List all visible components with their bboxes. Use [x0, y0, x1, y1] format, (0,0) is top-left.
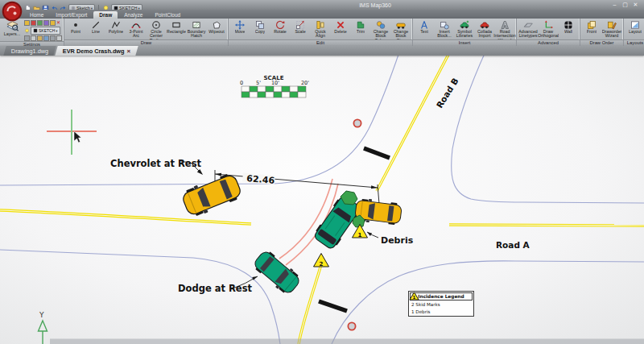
group-label-draw-order: Draw Order: [580, 39, 623, 46]
bottom-strip: [50, 339, 644, 344]
layer-visibility-icon[interactable]: [24, 28, 30, 34]
layers-button-label: Layers...: [4, 31, 20, 36]
title-bar: Sketch▾SKETCH▾ IMS Map360 – ▢ ✕: [0, 0, 644, 10]
ribbon-button-label: Collada Import: [475, 30, 494, 39]
vehicle-chevrolet[interactable]: [180, 171, 244, 219]
move-icon: [235, 20, 245, 30]
ribbon-button-label: Advanced Linetypes: [518, 30, 538, 39]
ribbon-button-draw-orthogonal[interactable]: Draw Orthogonal: [539, 19, 558, 39]
ribbon-button-change-block-colors[interactable]: Change Block Colors: [371, 19, 390, 39]
ribbon-button-road-intersection-wizard[interactable]: Road Intersection Wizard: [495, 19, 514, 39]
ribbon-button-rectangle[interactable]: Rectangle: [167, 19, 186, 34]
ribbon-button-text[interactable]: Text: [415, 19, 434, 34]
layer-tools-row: ✕: [24, 20, 62, 26]
ribbon-button-scale[interactable]: Scale: [291, 19, 310, 34]
ribbon-button-front[interactable]: Front: [582, 19, 601, 34]
ribbon-button-point[interactable]: Point: [66, 19, 85, 34]
ortho-icon: [543, 20, 553, 30]
ribbon-button-label: Trim: [357, 30, 365, 34]
ribbon-button-advanced-linetypes[interactable]: Advanced Linetypes: [518, 19, 538, 39]
layer-tool-icon[interactable]: [43, 35, 49, 41]
ribbon-button-polyline[interactable]: Polyline: [106, 19, 126, 34]
ribbon-button-draworder-wizard[interactable]: Draworder Wizard: [602, 19, 621, 39]
delete-icon: [336, 20, 345, 30]
current-layer-dropdown[interactable]: SKETCH ▾: [31, 27, 60, 35]
layer-tool-icon[interactable]: [31, 20, 36, 26]
doc-tab-label: Drawing1.dwg: [11, 48, 48, 55]
ribbon-button-label: Rotate: [274, 30, 287, 34]
rotate-icon: [275, 20, 285, 30]
ribbon-button-collada-import[interactable]: Collada Import: [475, 19, 494, 39]
trim-icon: [356, 20, 365, 30]
ribbon-button-label: Road Intersection Wizard: [493, 30, 515, 39]
layer-tools-row: [24, 35, 62, 41]
ribbon-button-label: Copy: [255, 30, 265, 34]
ribbon-button-quick-align[interactable]: Quick Align: [311, 19, 330, 39]
ribbon-button-boundary-hatch[interactable]: Boundary Hatch: [187, 19, 206, 39]
center-lines[interactable]: [0, 50, 644, 344]
ribbon-button-wall[interactable]: Wall: [559, 19, 578, 34]
app-logo-icon[interactable]: [2, 1, 23, 22]
layer-tool-icon[interactable]: [56, 35, 62, 41]
ribbon-button-change-block-size[interactable]: Change Block Size: [391, 19, 411, 39]
layer-tool-icon[interactable]: [50, 20, 56, 26]
insert-block-icon: [440, 20, 449, 30]
tab-home[interactable]: Home: [24, 11, 49, 19]
ribbon-button-label: Change Block Size: [391, 30, 411, 39]
tab-draw[interactable]: Draw: [93, 11, 118, 19]
ribbon-button-3-point-arc[interactable]: 3-Point Arc: [126, 19, 146, 39]
point-icon: [71, 20, 80, 30]
maximize-button[interactable]: ▢: [620, 0, 630, 9]
scale-tick-label: 0: [240, 80, 243, 86]
line-icon: [91, 20, 101, 30]
layer-tool-icon[interactable]: [37, 20, 43, 26]
scale-bar[interactable]: SCALE 05'10'20': [240, 75, 309, 97]
ribbon-button-circle-center-radius[interactable]: Circle Center Radius: [147, 19, 166, 39]
tab-pointcloud[interactable]: PointCloud: [149, 11, 186, 19]
incidence-legend[interactable]: Incidence Legend 2 2 Skid Marks 1 1 Debr…: [408, 291, 474, 317]
close-tab-icon[interactable]: ×: [127, 48, 131, 55]
ribbon-tab-bar: HomeImport/ExportDrawAnalyzePointCloud: [0, 10, 644, 19]
ribbon-button-label: 3-Point Arc: [126, 30, 146, 39]
ribbon-button-layout[interactable]: Layout: [625, 19, 644, 34]
collada-icon: [480, 20, 489, 30]
scale-tick-label: 20': [301, 80, 309, 86]
tab-analyze[interactable]: Analyze: [118, 11, 148, 19]
ribbon-button-label: Change Block Colors: [371, 30, 390, 39]
layer-tool-icon[interactable]: [24, 35, 30, 41]
ribbon-group-insert: TextInsert Block...Symbol LibrariesColla…: [413, 19, 517, 46]
minimize-button[interactable]: –: [609, 0, 620, 9]
legend-row: 1 1 Debris: [410, 308, 473, 315]
ribbon-button-insert-block[interactable]: Insert Block...: [435, 19, 454, 39]
ribbon-button-label: Line: [92, 30, 100, 34]
ribbon-button-label: Quick Align: [311, 30, 330, 39]
ribbon-button-wipeout[interactable]: Wipeout: [207, 19, 226, 34]
layer-tool-icon[interactable]: [24, 20, 30, 26]
layers-button[interactable]: Layers...: [2, 19, 23, 36]
doc-tab-evr-demo-crash-dwg[interactable]: EVR Demo Crash.dwg×: [56, 46, 139, 56]
layer-tool-icon[interactable]: [50, 35, 56, 41]
ribbon-button-copy[interactable]: Copy: [250, 19, 270, 34]
layer-tool-icon[interactable]: [43, 20, 49, 26]
ribbon-button-symbol-libraries[interactable]: Symbol Libraries: [455, 19, 474, 39]
ribbon-button-label: Boundary Hatch: [187, 30, 206, 39]
vehicle-dodge-rest[interactable]: [251, 247, 303, 296]
layer-tool-icon[interactable]: [37, 35, 43, 41]
layout-icon: [630, 20, 640, 30]
layer-tool-icon[interactable]: [31, 35, 36, 41]
ribbon-button-label: Front: [587, 30, 597, 34]
group-label-draw: Draw: [64, 39, 228, 46]
delete-layer-icon[interactable]: ✕: [56, 21, 60, 25]
close-button[interactable]: ✕: [630, 0, 641, 9]
ribbon-group-draw-order: FrontDraworder WizardDraw Order: [580, 19, 624, 46]
ribbon-button-delete[interactable]: Delete: [331, 19, 350, 34]
ribbon-button-move[interactable]: Move: [230, 19, 250, 34]
ribbon-button-line[interactable]: Line: [86, 19, 105, 34]
doc-tab-drawing1-dwg[interactable]: Drawing1.dwg: [3, 46, 56, 56]
ribbon-button-trim[interactable]: Trim: [351, 19, 370, 34]
ribbon-button-label: Point: [71, 30, 80, 34]
hatch-icon: [192, 20, 201, 30]
ribbon-button-rotate[interactable]: Rotate: [270, 19, 290, 34]
tab-import-export[interactable]: Import/Export: [50, 11, 93, 19]
road-edge-lines[interactable]: [0, 50, 644, 344]
